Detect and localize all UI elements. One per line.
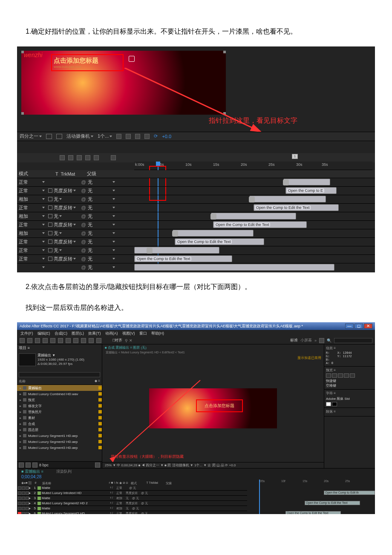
vb-icon-1[interactable] [116,134,121,139]
vb-icon-4[interactable] [144,134,150,139]
layer-bar-4[interactable]: Open the Comp to Edit the Text [254,204,339,211]
tl2-bar-2[interactable]: Open the Comp to Edit th [324,491,375,495]
tool-camera-icon[interactable] [50,338,55,343]
views-dropdown[interactable]: 1个... [98,133,112,139]
layer-bar-9[interactable] [134,247,219,254]
tl2-layer-row[interactable]: ▸2Muted Luxury Introtext HD♯ /正常亮度反转@ 无 [17,491,247,496]
tl2-layer-row[interactable]: ▸3Matte♯ /相加无@ 无 [17,496,247,501]
grid-icon[interactable] [46,134,52,139]
menu-item[interactable]: 视图(V) [122,331,135,336]
font-name[interactable]: Adobe 黑体 Std [326,396,373,401]
minimize-button[interactable]: — [345,324,354,329]
project-item[interactable]: ▸预览 [17,397,102,403]
project-item[interactable]: ▸Muted Luxury Segment3 HD.aep [17,445,102,451]
menu-item[interactable]: 图层(L) [72,331,84,336]
tool-icon-5[interactable] [94,155,99,160]
tool-icon-6[interactable] [111,155,116,160]
tool-icon-4[interactable] [85,155,90,160]
tool-hand-icon[interactable] [27,338,32,343]
comp-name[interactable]: 震撼输出 ▼ [37,353,84,358]
layer-bar-7[interactable] [173,230,254,237]
layer-bar-2[interactable]: Open the Comp to E [285,187,337,194]
cc-library-icon[interactable] [319,338,324,343]
project-item[interactable]: ▸素材 [17,415,102,421]
menu-item[interactable]: 文件(F) [20,331,33,336]
first-frame-button[interactable] [326,373,331,378]
tl2-tab-render[interactable]: 渲染队列 [56,469,72,474]
camera-dropdown[interactable]: 活动摄像机 [66,133,93,139]
play-button[interactable] [338,373,343,378]
trash-icon[interactable] [95,462,100,468]
layer-row[interactable]: 正常亮度反转@无 [17,220,375,229]
tl2-bar-4[interactable]: Open the Comp to Edit the Text [305,501,360,505]
project-item[interactable]: ▸震撼输出 [17,385,102,391]
snapping-icon[interactable]: □对齐 [112,338,122,343]
tool-icon-1[interactable] [60,155,65,160]
maximize-button[interactable]: ◻ [355,324,363,329]
comp-marker[interactable]: 1 [292,154,298,159]
refresh-icon[interactable]: ⟳ [154,133,158,139]
tool-brush-icon[interactable] [89,338,94,343]
fill-color-swatch[interactable] [326,402,331,406]
bpc-toggle[interactable]: 8 bpc [39,463,49,467]
vb-icon-3[interactable] [135,134,140,139]
stroke-color-swatch[interactable] [332,402,337,406]
menu-item[interactable]: 帮助(H) [151,331,164,336]
tl2-layer-row[interactable]: ▸6Muted Luxury Segment3 HD♯ /正常亮度反转@ 无 [17,511,247,514]
layer-bar-1[interactable] [283,179,330,185]
layer-bar-11[interactable] [134,264,334,271]
next-frame-button[interactable] [344,373,349,378]
snapping-ext-icon[interactable]: ⚲ ✕ [125,338,133,343]
tool-text-icon[interactable] [81,338,86,343]
tl2-layer-row[interactable]: ▸4Muted Luxury Segment2 HD 2♯ /正常亮度反转@ 无 [17,501,247,506]
project-item[interactable]: ▸合成 [17,421,102,427]
tl2-bar-6[interactable]: Open the Comp to Edit the Text [285,511,341,514]
col-trkmat[interactable]: T TrkMat [55,171,85,176]
tl2-playhead[interactable] [259,480,260,514]
menu-item[interactable]: 窗口 [139,331,147,336]
tool-zoom-icon[interactable] [35,338,40,343]
workspace-label[interactable]: 标准 [290,338,298,343]
tool-pen-icon[interactable] [73,338,78,343]
comp-tab[interactable]: ■ 合成 震撼输出 ≡ 图层 (无) [105,345,147,350]
zoom-dropdown[interactable]: 四分之一 [20,133,42,139]
tool-icon-3[interactable] [77,155,82,160]
col-parent[interactable]: 父级 [85,171,132,177]
tool-select-icon[interactable] [20,338,25,343]
layer-bar-5[interactable] [211,213,296,220]
timecode[interactable]: 0;00;04;28 [17,474,375,479]
last-frame-button[interactable] [350,373,355,378]
menu-item[interactable]: 效果(T) [88,331,101,336]
project-item[interactable]: ▸Muted Luxury Segment1 HD.aep [17,433,102,439]
layer-bar-6[interactable]: Open the Comp to Edit the Text [213,221,307,228]
project-item[interactable]: ▸固态层 [17,427,102,433]
viewer-controls[interactable]: 四分之一 活动摄像机 1个... ⟳ +0.0 [17,132,375,141]
panels-label[interactable]: 小屏幕 [300,338,312,343]
project-item[interactable]: ▸Muted Luxury Combined HD.wav [17,391,102,397]
project-search-input[interactable] [19,372,100,377]
exposure-value[interactable]: +0.0 [162,134,171,139]
close-button[interactable]: ✕ [364,324,372,329]
interpret-icon[interactable] [19,462,24,468]
viewer-footer[interactable]: 25% ▼ 中 0;00;04;28 ■ ◀ 四分之一 ▼ ■ 図 活动摄像机 … [102,462,324,468]
menu-item[interactable]: 动画(A) [105,331,118,336]
tl2-layer-row[interactable]: ▸1Matte♯ /正常@ 无 [17,486,247,491]
tool-pan-icon[interactable] [58,338,63,343]
new-comp-icon[interactable] [32,462,37,468]
search-help-input[interactable] [334,338,372,343]
tl2-layer-row[interactable]: ▸5Matte♯ /相加无@ 无 [17,506,247,511]
comp-preview[interactable]: 点击添加您标题 层前有显示按钮（大眼睛），到目标层隐藏 显示加速已禁用 [102,355,324,462]
mask-icon[interactable] [56,134,62,139]
tool-icon-2[interactable] [68,155,73,160]
col-tags-icon[interactable]: ◆ ≡ [95,379,100,384]
layer-bar-8[interactable]: Open the Comp to Edit the Text [175,238,264,245]
tool-shape-icon[interactable] [66,338,71,343]
tool-rotate-icon[interactable] [43,338,48,343]
comp-breadcrumb[interactable]: 震撼输出 < Muted Luxury Segment1 HD < EditTe… [102,350,324,355]
prev-frame-button[interactable] [332,373,337,378]
new-folder-icon[interactable] [26,462,31,468]
layer-row[interactable]: 相加无@无 [17,212,375,220]
timeline-ruler[interactable]: k:00s 05s 10s 15s 20s 25s 30s 35s 1 [134,162,372,170]
tool-clone-icon[interactable] [96,338,101,343]
layer-bar-3[interactable] [249,196,326,202]
